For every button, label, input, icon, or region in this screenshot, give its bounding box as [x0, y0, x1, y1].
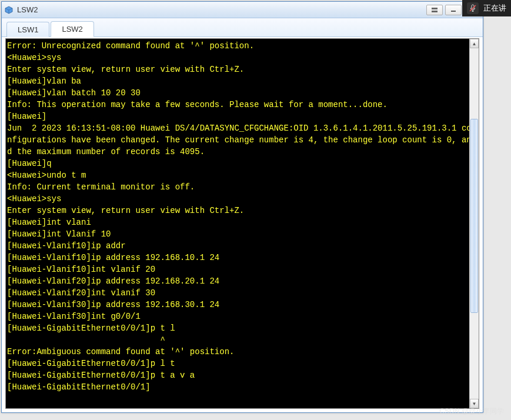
terminal-line: [Huawei-Vlanif30]int g0/0/1 [7, 311, 476, 322]
window-title: LSW2 [17, 5, 426, 14]
terminal-line: [Huawei]vlan ba [7, 75, 476, 87]
recording-label: 正在讲 [483, 3, 506, 14]
scrollbar[interactable]: ▲ ▼ [469, 39, 479, 408]
tab-lsw2[interactable]: LSW2 [51, 21, 93, 37]
terminal-line: [Huawei]vlan batch 10 20 30 [7, 87, 476, 99]
window-button-collapse[interactable] [426, 5, 443, 15]
minimize-button[interactable] [445, 5, 462, 15]
scroll-track[interactable] [470, 48, 479, 399]
recording-overlay: 正在讲 [462, 0, 511, 16]
terminal-line: [Huawei]int Vlanif 10 [7, 228, 476, 240]
terminal-panel: Error: Unrecognized command found at '^'… [5, 38, 479, 409]
terminal-line: Enter system view, return user view with… [7, 205, 476, 216]
app-window: LSW2 LSW1 LSW2 Error: Unrecognized comma… [1, 1, 483, 413]
svg-rect-1 [432, 11, 437, 12]
terminal-line: <Huawei>sys [7, 193, 476, 205]
terminal-line: [Huawei-Vlanif10]int vlanif 20 [7, 264, 476, 275]
terminal-line: [Huawei] [7, 111, 476, 122]
terminal-line: Jun 2 2023 16:13:51-08:00 Huawei DS/4/DA… [7, 122, 476, 158]
scroll-down-button[interactable]: ▼ [470, 399, 479, 408]
terminal-line: [Huawei-Vlanif30]ip address 192.168.30.1… [7, 299, 476, 311]
terminal-line: [Huawei-GigabitEthernet0/0/1] [7, 381, 476, 393]
terminal-line: [Huawei]int vlani [7, 216, 476, 228]
terminal-line: [Huawei-Vlanif10]ip address 192.168.10.1… [7, 252, 476, 264]
tab-lsw1[interactable]: LSW1 [6, 22, 49, 37]
scroll-up-button[interactable]: ▲ [470, 39, 479, 48]
terminal-line: [Huawei]q [7, 158, 476, 169]
terminal-line: [Huawei-GigabitEthernet0/0/1]p t l [7, 322, 476, 334]
terminal-line: Error:Ambiguous command found at '^' pos… [7, 346, 476, 358]
tabstrip: LSW1 LSW2 [2, 18, 483, 37]
mic-muted-icon[interactable] [467, 2, 479, 14]
svg-rect-2 [451, 11, 456, 12]
terminal-line: Error: Unrecognized command found at '^'… [7, 40, 476, 52]
terminal-line: [Huawei-Vlanif20]ip address 192.168.20.1… [7, 275, 476, 287]
titlebar: LSW2 [2, 2, 483, 18]
terminal-line: Enter system view, return user view with… [7, 64, 476, 75]
terminal-output[interactable]: Error: Unrecognized command found at '^'… [6, 39, 479, 408]
terminal-line: ^ [7, 334, 476, 346]
terminal-line: Info: Current terminal monitor is off. [7, 181, 476, 193]
svg-rect-0 [432, 8, 437, 9]
terminal-line: Info: This operation may take a few seco… [7, 99, 476, 111]
terminal-line: [Huawei-Vlanif10]ip addr [7, 240, 476, 252]
terminal-line: [Huawei-GigabitEthernet0/0/1]p t a v a [7, 369, 476, 381]
scroll-thumb[interactable] [470, 119, 478, 313]
app-icon [4, 5, 14, 15]
terminal-line: <Huawei>undo t m [7, 169, 476, 181]
terminal-line: [Huawei-Vlanif20]int vlanif 30 [7, 287, 476, 299]
terminal-line: [Huawei-GigabitEthernet0/0/1]p l t [7, 358, 476, 369]
terminal-line: <Huawei>sys [7, 52, 476, 64]
